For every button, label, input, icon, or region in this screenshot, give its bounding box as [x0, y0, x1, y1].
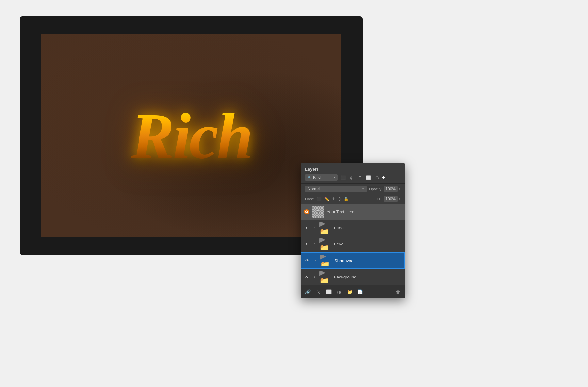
layer-name: Background	[334, 275, 402, 279]
layer-thumbnail: ▶ 📁	[319, 238, 331, 250]
canvas-image: Rich	[41, 34, 341, 237]
layer-visibility-toggle[interactable]: 👁	[304, 274, 310, 280]
folder-icon: ▶ 📁	[319, 238, 331, 250]
layer-row[interactable]: 👁 › ▶ 📁 Effect	[301, 220, 405, 236]
filter-kind-dropdown[interactable]: 🔍 Kind ▾	[305, 174, 338, 181]
layer-expand-arrow[interactable]: ›	[313, 258, 318, 263]
lock-pixels-icon[interactable]: ⬛	[317, 197, 322, 201]
blend-chevron-icon: ▾	[362, 187, 364, 191]
layers-panel: Layers 🔍 Kind ▾ ⬛ ◎ T ⬜ ⬡	[301, 163, 405, 298]
layer-styles-button[interactable]: fx	[314, 288, 322, 296]
new-adjustment-button[interactable]: ◑	[335, 288, 343, 296]
new-layer-button[interactable]: 📄	[356, 288, 364, 296]
layer-thumbnail: ▶ 📁	[319, 222, 331, 234]
blend-opacity-row: Normal ▾ Opacity: 100% ▾	[301, 184, 405, 194]
layer-row[interactable]: 👁 › ▶ 📁 Shadows	[301, 252, 405, 269]
fill-value[interactable]: 100%	[384, 196, 398, 202]
layer-thumbnail: T	[312, 206, 324, 218]
layer-expand-arrow[interactable]: ›	[312, 275, 317, 279]
lock-move-icon[interactable]: ✛	[332, 197, 335, 201]
lock-paint-icon[interactable]: ✏️	[324, 197, 329, 201]
fill-chevron-icon: ▾	[399, 197, 400, 201]
filter-adjustment-icon[interactable]: ◎	[348, 174, 355, 181]
opacity-chevron-icon: ▾	[399, 187, 400, 191]
layer-expand-arrow[interactable]: ›	[312, 226, 317, 230]
canvas-area: Rich Layers 🔍 Kind ▾ ⬛ ◎ T ⬜ ⬡	[0, 0, 588, 387]
layer-thumbnail: ▶ 📁	[319, 271, 331, 283]
opacity-value[interactable]: 100%	[384, 186, 398, 192]
svg-point-2	[306, 211, 307, 212]
panel-toolbar: 🔗 fx ⬜ ◑ 📁 📄 🗑	[301, 285, 405, 298]
filter-type-icon[interactable]: T	[357, 174, 363, 181]
lock-icons-group: ⬛ ✏️ ✛ ⬡ 🔒	[317, 197, 373, 201]
folder-icon: ▶ 📁	[319, 222, 331, 234]
filter-kind-label: Kind	[313, 175, 332, 180]
layers-panel-header: Layers 🔍 Kind ▾ ⬛ ◎ T ⬜ ⬡	[301, 163, 405, 184]
filter-pixel-icon[interactable]: ⬛	[340, 174, 346, 181]
layer-visibility-toggle[interactable]: 👁	[304, 258, 310, 263]
opacity-control: Opacity: 100% ▾	[369, 186, 400, 192]
layer-row[interactable]: T Your Text Here	[301, 204, 405, 220]
new-group-button[interactable]: 📁	[346, 288, 353, 296]
add-mask-button[interactable]: ⬜	[325, 288, 333, 296]
link-layers-button[interactable]: 🔗	[304, 288, 312, 296]
layer-name: Effect	[334, 226, 402, 230]
lock-artboard-icon[interactable]: ⬡	[338, 197, 341, 201]
lock-all-icon[interactable]: 🔒	[344, 197, 349, 201]
layer-name: Your Text Here	[327, 210, 402, 214]
search-icon: 🔍	[308, 176, 312, 179]
layer-row[interactable]: 👁 › ▶ 📁 Background	[301, 269, 405, 285]
folder-icon: ▶ 📁	[319, 271, 331, 283]
layer-expand-arrow[interactable]: ›	[312, 242, 317, 246]
lock-label: Lock:	[305, 197, 314, 201]
layers-list: T Your Text Here 👁 › ▶ 📁 Effect 👁 › ▶ 📁	[301, 204, 405, 285]
fill-control: Fill: 100% ▾	[377, 196, 400, 202]
layers-panel-title: Layers	[305, 167, 400, 172]
delete-layer-button[interactable]: 🗑	[394, 288, 402, 296]
layer-name: Shadows	[335, 258, 401, 263]
filter-smartobject-icon[interactable]: ⬡	[374, 174, 380, 181]
lock-row: Lock: ⬛ ✏️ ✛ ⬡ 🔒 Fill: 100% ▾	[301, 194, 405, 204]
filter-active-indicator	[382, 176, 385, 179]
rich-text-display: Rich	[131, 98, 252, 173]
layer-visibility-toggle[interactable]: 👁	[304, 225, 310, 231]
layer-visibility-toggle[interactable]: 👁	[304, 241, 310, 247]
folder-icon: ▶ 📁	[320, 255, 332, 266]
fill-label: Fill:	[377, 197, 382, 201]
opacity-label: Opacity:	[369, 187, 382, 191]
filter-row: 🔍 Kind ▾ ⬛ ◎ T ⬜ ⬡	[305, 174, 400, 181]
blend-mode-label: Normal	[308, 187, 362, 191]
filter-shape-icon[interactable]: ⬜	[365, 174, 372, 181]
layer-row[interactable]: 👁 › ▶ 📁 Bevel	[301, 236, 405, 252]
layer-name: Bevel	[334, 242, 402, 246]
blend-mode-dropdown[interactable]: Normal ▾	[305, 186, 367, 192]
layer-visibility-toggle[interactable]	[304, 209, 310, 215]
layer-thumbnail: ▶ 📁	[320, 255, 332, 266]
filter-icon-group: ⬛ ◎ T ⬜ ⬡	[340, 174, 385, 181]
chevron-down-icon: ▾	[334, 176, 335, 179]
